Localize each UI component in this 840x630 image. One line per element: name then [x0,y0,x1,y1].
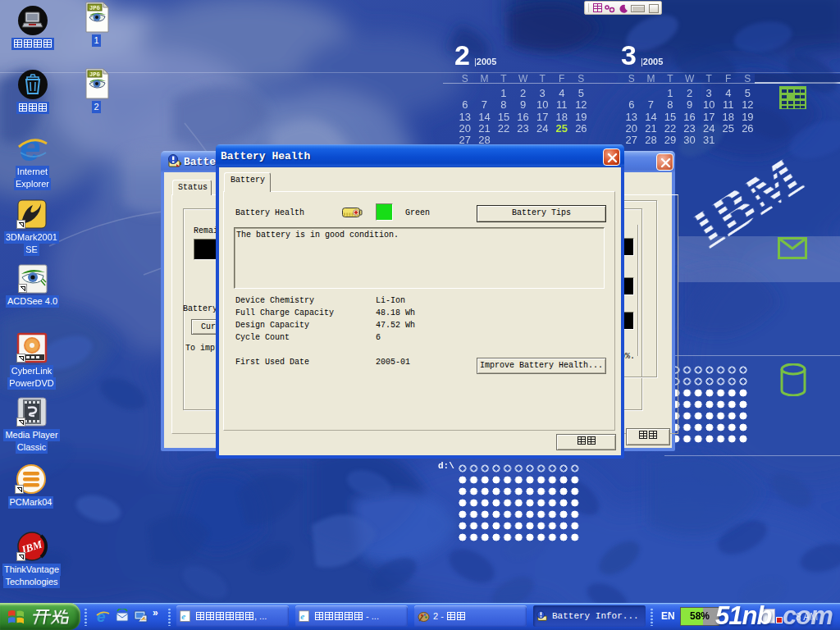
svg-text:e: e [300,611,304,621]
svg-text:JPG: JPG [89,5,100,11]
svg-text:JPG: JPG [89,71,100,78]
svg-text:e: e [97,609,106,624]
svg-text:e: e [20,133,41,164]
svg-text:e: e [181,611,185,621]
